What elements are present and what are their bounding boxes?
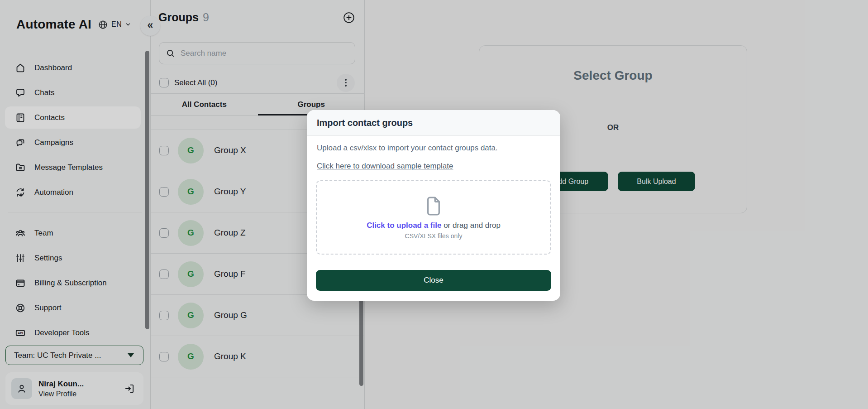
file-dropzone[interactable]: Click to upload a file or drag and drop … (316, 180, 551, 255)
modal-description: Upload a csv/xlsx to import your contact… (317, 144, 551, 153)
file-icon (424, 196, 443, 217)
modal-header: Import contact groups (307, 110, 560, 136)
download-template-link[interactable]: Click here to download sample template (317, 162, 453, 171)
drag-drop-text: or drag and drop (441, 221, 500, 230)
close-button[interactable]: Close (316, 270, 551, 291)
modal-title: Import contact groups (317, 118, 413, 128)
click-to-upload-link[interactable]: Click to upload a file (367, 221, 441, 230)
upload-instruction: Click to upload a file or drag and drop (367, 221, 501, 230)
file-type-hint: CSV/XLSX files only (405, 232, 463, 240)
import-contact-groups-modal: Import contact groups Upload a csv/xlsx … (307, 110, 560, 301)
